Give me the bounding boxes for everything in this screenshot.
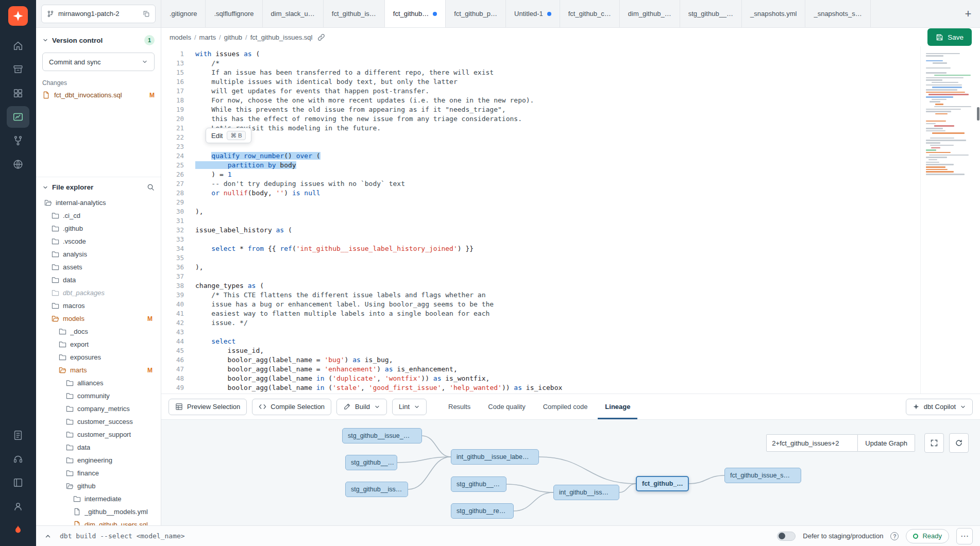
tree-item-dim_github_users.sql[interactable]: dim_github_users.sql xyxy=(42,518,155,525)
tree-item-community[interactable]: community xyxy=(42,389,155,402)
copy-branch-icon[interactable] xyxy=(143,10,150,18)
editor-tab[interactable]: Untitled-1 xyxy=(506,0,560,27)
lineage-node[interactable]: int_github__iss… xyxy=(553,485,619,500)
chevron-down-icon[interactable] xyxy=(42,184,48,191)
lineage-node[interactable]: fct_github_issue_s… xyxy=(724,468,801,483)
search-icon[interactable] xyxy=(147,183,155,191)
breadcrumb-item[interactable]: models xyxy=(170,33,191,41)
editor-tab[interactable]: _snapshots.yml xyxy=(742,0,805,27)
editor-tab[interactable]: stg_github__… xyxy=(680,0,742,27)
tree-item-intermediate[interactable]: intermediate xyxy=(42,492,155,505)
line-number: 21 xyxy=(161,124,191,133)
editor-tab[interactable]: fct_github_c… xyxy=(560,0,620,27)
help-icon[interactable]: ? xyxy=(890,532,899,540)
tree-item-finance[interactable]: finance xyxy=(42,467,155,480)
profile-icon[interactable] xyxy=(7,496,29,517)
tree-item-internal-analytics[interactable]: internal-analytics xyxy=(42,196,155,209)
code-editor[interactable]: 1131516171819202122232425262728293031323… xyxy=(161,46,980,394)
breadcrumb-item[interactable]: github xyxy=(224,33,242,41)
editor-tab[interactable]: .gitignore xyxy=(161,0,206,27)
minimap[interactable] xyxy=(920,46,980,394)
editor-tab[interactable]: _snapshots_s… xyxy=(805,0,870,27)
compile-selection-button[interactable]: Compile Selection xyxy=(252,399,331,415)
editor-tab[interactable]: .sqlfluffignore xyxy=(206,0,262,27)
tree-item-dbt_packages[interactable]: dbt_packages xyxy=(42,286,155,299)
collapse-panel-button[interactable] xyxy=(43,532,53,541)
tree-item-data[interactable]: data xyxy=(42,274,155,286)
fullscreen-icon[interactable] xyxy=(924,433,944,453)
dbt-flame-icon[interactable] xyxy=(7,519,29,541)
catalog-icon[interactable] xyxy=(7,59,29,80)
tree-item-macros[interactable]: macros xyxy=(42,299,155,312)
tree-item-assets[interactable]: assets xyxy=(42,261,155,274)
build-button[interactable]: Build xyxy=(336,399,387,415)
editor-tab[interactable]: dim_github_… xyxy=(620,0,680,27)
support-icon[interactable] xyxy=(7,448,29,470)
home-icon[interactable] xyxy=(7,35,29,57)
tree-item-analysis[interactable]: analysis xyxy=(42,248,155,261)
tree-item-company_metrics[interactable]: company_metrics xyxy=(42,402,155,415)
lint-button[interactable]: Lint xyxy=(392,399,427,415)
tree-item-customer_support[interactable]: customer_support xyxy=(42,428,155,441)
lineage-node[interactable]: int_github__issue_labe… xyxy=(451,449,539,465)
explore-icon[interactable] xyxy=(7,153,29,175)
minimap-line xyxy=(933,62,948,64)
panel-tab-compiled-code[interactable]: Compiled code xyxy=(536,394,595,419)
dbt-logo-icon[interactable] xyxy=(8,6,28,26)
cli-command[interactable]: dbt build --select <model_name> xyxy=(60,532,185,540)
apps-icon[interactable] xyxy=(7,82,29,104)
tree-item-alliances[interactable]: alliances xyxy=(42,377,155,389)
branch-icon[interactable] xyxy=(7,130,29,151)
editor-tab[interactable]: fct_github… xyxy=(385,0,446,27)
docs-icon[interactable] xyxy=(7,424,29,446)
tree-item-marts[interactable]: martsM xyxy=(42,364,155,377)
tree-item-.ci_cd[interactable]: .ci_cd xyxy=(42,209,155,222)
changed-file-row[interactable]: fct_dbt_invocations.sqlM xyxy=(42,91,155,99)
lineage-node[interactable]: stg_github__… xyxy=(451,476,506,492)
develop-icon[interactable] xyxy=(7,106,29,128)
code-line: or nullif(body, '') is null xyxy=(195,189,920,198)
tree-item-.vscode[interactable]: .vscode xyxy=(42,235,155,248)
status-ready-badge[interactable]: Ready xyxy=(906,529,949,543)
edit-tooltip-label[interactable]: Edit xyxy=(211,132,223,140)
panel-tab-code-quality[interactable]: Code quality xyxy=(481,394,532,419)
commit-and-sync-button[interactable]: Commit and sync xyxy=(42,53,155,71)
tree-item-_docs[interactable]: _docs xyxy=(42,325,155,338)
tree-item-export[interactable]: export xyxy=(42,338,155,351)
tree-item-github[interactable]: github xyxy=(42,480,155,492)
code-content[interactable]: with issues as ( /* If an issue has been… xyxy=(191,46,920,394)
lineage-node[interactable]: stg_github__… xyxy=(345,455,397,470)
chevron-down-icon[interactable] xyxy=(42,37,48,43)
tree-item-label: finance xyxy=(77,469,99,477)
tree-item-models[interactable]: modelsM xyxy=(42,312,155,325)
preview-selection-button[interactable]: Preview Selection xyxy=(168,399,247,415)
editor-tab[interactable]: fct_github_p… xyxy=(446,0,506,27)
tree-item-data[interactable]: data xyxy=(42,441,155,454)
lineage-node[interactable]: stg_github__iss… xyxy=(345,482,408,497)
branch-selector[interactable]: mirnawong1-patch-2 xyxy=(41,5,156,23)
copy-link-icon[interactable] xyxy=(317,33,325,41)
editor-tab[interactable]: fct_github_is… xyxy=(324,0,385,27)
lineage-selector-input[interactable] xyxy=(766,434,858,452)
tree-item-customer_success[interactable]: customer_success xyxy=(42,415,155,428)
new-tab-button[interactable]: + xyxy=(956,0,980,27)
tree-item-exposures[interactable]: exposures xyxy=(42,351,155,364)
lineage-node[interactable]: stg_github__issue_… xyxy=(342,428,422,443)
notebook-icon[interactable] xyxy=(7,472,29,493)
more-options-button[interactable]: ⋯ xyxy=(956,528,973,544)
tree-item-_github__models.yml[interactable]: _github__models.yml xyxy=(42,505,155,518)
tree-item-engineering[interactable]: engineering xyxy=(42,454,155,467)
breadcrumb-item[interactable]: marts xyxy=(199,33,216,41)
dbt-copilot-button[interactable]: dbt Copilot xyxy=(906,399,973,415)
defer-toggle[interactable] xyxy=(777,532,796,541)
panel-tab-lineage[interactable]: Lineage xyxy=(598,394,637,419)
scrollbar-thumb[interactable] xyxy=(977,107,979,121)
refresh-icon[interactable] xyxy=(949,433,969,453)
update-graph-button[interactable]: Update Graph xyxy=(858,434,915,452)
panel-tab-results[interactable]: Results xyxy=(441,394,478,419)
editor-tab[interactable]: dim_slack_u… xyxy=(263,0,324,27)
save-button[interactable]: Save xyxy=(927,28,972,46)
tree-item-.github[interactable]: .github xyxy=(42,222,155,235)
lineage-node[interactable]: stg_github__re… xyxy=(451,503,514,519)
lineage-node[interactable]: fct_github_… xyxy=(636,476,689,491)
